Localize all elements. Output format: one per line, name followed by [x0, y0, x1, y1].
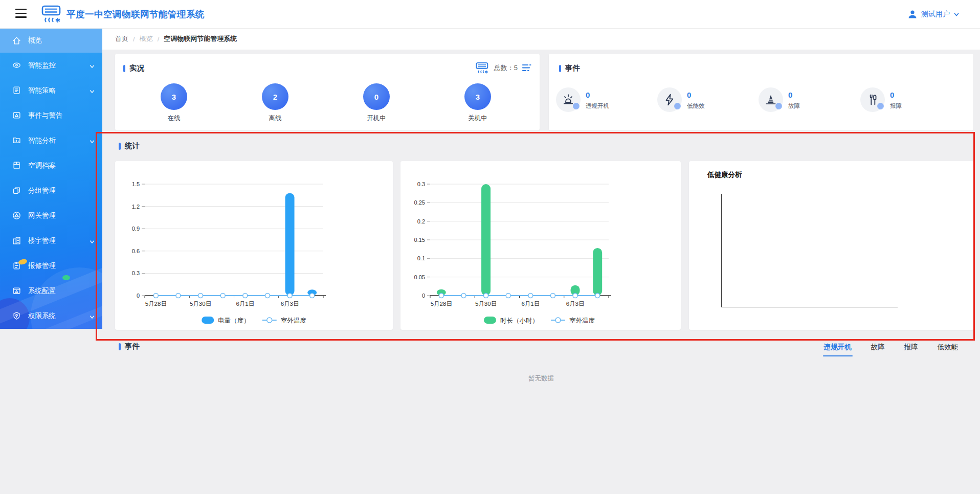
- total-label: 总数：: [494, 64, 514, 72]
- sidebar-item-label: 智能分析: [28, 136, 89, 145]
- duration-chart-card: 00.050.10.150.20.250.35月28日5月30日6月1日6月3日…: [400, 161, 681, 330]
- x-axis-line: [721, 307, 898, 307]
- sidebar-item-label: 概览: [28, 36, 95, 45]
- sidebar-item-智能策略[interactable]: 智能策略: [0, 78, 102, 103]
- sidebar-item-空调档案[interactable]: 空调档案: [0, 153, 102, 178]
- sidebar-item-label: 空调档案: [28, 161, 95, 170]
- event-count: 0: [586, 91, 609, 99]
- svg-text:0.9: 0.9: [132, 226, 140, 232]
- stat-label: 开机中: [346, 114, 407, 123]
- event-stat-低能效: 0低能效: [657, 87, 705, 112]
- analysis-icon: [12, 136, 21, 145]
- legend-item-电量（度）[interactable]: 电量（度）: [202, 317, 250, 324]
- events-card-title: 事件: [565, 63, 580, 73]
- chevron-down-icon: [89, 62, 95, 69]
- sidebar: 概览智能监控智能策略事件与警告智能分析空调档案分组管理网关管理楼宇管理报修管理系…: [0, 28, 102, 329]
- user-name: 测试用户: [921, 10, 950, 19]
- live-card-title: 实况: [129, 63, 144, 73]
- svg-text:0.25: 0.25: [414, 199, 425, 206]
- line-marker: [573, 294, 577, 298]
- hamburger-menu-icon[interactable]: [15, 9, 27, 18]
- svg-text:0.15: 0.15: [414, 237, 425, 243]
- tab-违规开机[interactable]: 违规开机: [824, 343, 852, 356]
- stat-circle-关机中: 3: [464, 83, 491, 110]
- user-menu[interactable]: 测试用户: [907, 0, 960, 28]
- stat-label: 关机中: [447, 114, 508, 123]
- permission-icon: [12, 311, 21, 320]
- svg-text:0.3: 0.3: [417, 181, 425, 187]
- svg-text:0.05: 0.05: [414, 274, 425, 280]
- sidebar-item-label: 智能监控: [28, 61, 89, 70]
- line-marker: [198, 294, 203, 298]
- stat-label: 离线: [244, 114, 306, 123]
- line-marker: [528, 294, 533, 298]
- line-marker: [287, 294, 292, 298]
- ac-unit-icon: [475, 61, 490, 75]
- archive-icon: [12, 161, 21, 170]
- sidebar-item-网关管理[interactable]: 网关管理: [0, 203, 102, 228]
- sidebar-item-智能监控[interactable]: 智能监控: [0, 53, 102, 78]
- sidebar-item-权限系统[interactable]: 权限系统: [0, 303, 102, 328]
- line-marker: [176, 294, 181, 298]
- breadcrumb-current: 空调物联网节能管理系统: [164, 34, 237, 43]
- tab-报障[interactable]: 报障: [904, 343, 918, 356]
- event-count: 0: [890, 91, 902, 99]
- svg-text:6月1日: 6月1日: [236, 301, 254, 307]
- svg-text:0: 0: [422, 293, 425, 299]
- sidebar-item-分组管理[interactable]: 分组管理: [0, 178, 102, 203]
- legend-item-室外温度[interactable]: 室外温度: [262, 317, 306, 324]
- legend-item-室外温度[interactable]: 室外温度: [551, 317, 595, 324]
- sidebar-item-label: 报修管理: [28, 261, 95, 271]
- legend-item-时长（小时）[interactable]: 时长（小时）: [484, 317, 539, 324]
- accent-dot: [674, 103, 681, 109]
- events-card: 事件 0违规开机0低能效0故障0报障: [549, 54, 973, 130]
- line-marker: [220, 294, 225, 298]
- svg-text:6月3日: 6月3日: [566, 301, 585, 307]
- low-health-chart-card: 低健康分析: [689, 161, 974, 330]
- sidebar-item-智能分析[interactable]: 智能分析: [0, 128, 102, 153]
- tab-故障[interactable]: 故障: [871, 343, 885, 356]
- svg-text:5月30日: 5月30日: [475, 301, 497, 307]
- bar: [593, 248, 602, 296]
- sort-filter-icon[interactable]: [522, 63, 532, 72]
- breadcrumb-overview[interactable]: 概览: [140, 34, 153, 43]
- chevron-down-icon: [89, 87, 95, 94]
- event-label: 报障: [890, 102, 902, 110]
- sidebar-item-label: 事件与警告: [28, 111, 95, 120]
- sidebar-item-报修管理[interactable]: 报修管理: [0, 253, 102, 278]
- svg-text:电量（度）: 电量（度）: [218, 317, 250, 324]
- svg-text:时长（小时）: 时长（小时）: [500, 317, 539, 324]
- breadcrumb: 首页 / 概览 / 空调物联网节能管理系统: [102, 28, 980, 50]
- tab-低效能[interactable]: 低效能: [938, 343, 959, 356]
- chevron-down-icon: [953, 11, 960, 17]
- runtime-duration-chart: 00.050.10.150.20.250.35月28日5月30日6月1日6月3日…: [400, 161, 678, 330]
- svg-text:6月3日: 6月3日: [281, 301, 299, 307]
- event-count: 0: [687, 91, 705, 99]
- sidebar-item-事件与警告[interactable]: 事件与警告: [0, 103, 102, 128]
- event-count: 0: [788, 91, 800, 99]
- event-label: 故障: [788, 102, 800, 110]
- line-marker: [484, 294, 488, 298]
- svg-text:0.2: 0.2: [417, 218, 425, 224]
- notification-badge: [18, 258, 28, 265]
- power-consumption-chart: 00.30.60.91.21.55月28日5月30日6月1日6月3日电量（度）室…: [115, 161, 393, 330]
- settings-icon: [12, 286, 21, 295]
- svg-text:室外温度: 室外温度: [281, 317, 306, 324]
- breadcrumb-home[interactable]: 首页: [115, 34, 128, 43]
- sidebar-item-概览[interactable]: 概览: [0, 28, 102, 53]
- empty-data-text: 暂无数据: [0, 374, 980, 383]
- stat-circle-开机中: 0: [363, 83, 390, 110]
- event-label: 低能效: [687, 102, 705, 110]
- event-stat-故障: 0故障: [759, 87, 800, 112]
- svg-text:0: 0: [137, 293, 140, 299]
- home-icon: [12, 36, 21, 45]
- app-logo-ac-icon: [41, 4, 62, 25]
- sidebar-item-系统配置[interactable]: 系统配置: [0, 278, 102, 303]
- sidebar-item-楼宇管理[interactable]: 楼宇管理: [0, 228, 102, 253]
- event-stat-报障: 0报障: [860, 87, 902, 112]
- y-axis-line: [721, 194, 722, 307]
- sidebar-item-label: 系统配置: [28, 286, 95, 296]
- accent-dot: [775, 103, 782, 109]
- line-marker: [506, 294, 510, 298]
- svg-text:5月28日: 5月28日: [145, 301, 167, 307]
